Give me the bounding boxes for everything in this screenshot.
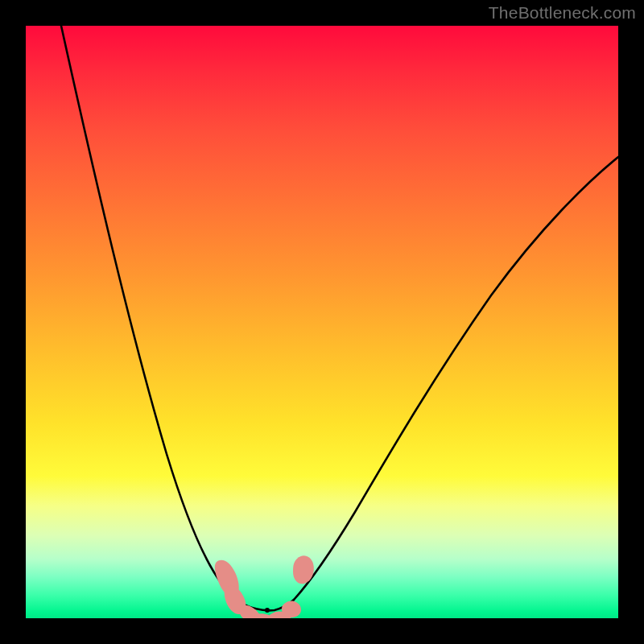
marker-center-dot bbox=[265, 608, 270, 613]
marker-layer bbox=[26, 26, 618, 618]
watermark-text: TheBottleneck.com bbox=[489, 3, 636, 23]
marker-blob-6 bbox=[282, 601, 301, 617]
plot-area bbox=[26, 26, 618, 618]
marker-blob-7 bbox=[293, 555, 314, 584]
chart-frame: TheBottleneck.com bbox=[0, 0, 644, 644]
